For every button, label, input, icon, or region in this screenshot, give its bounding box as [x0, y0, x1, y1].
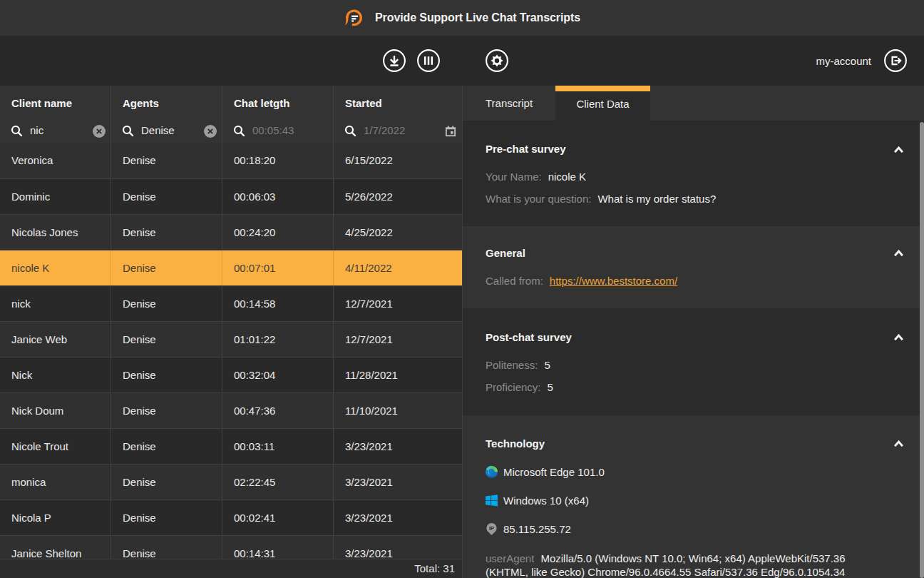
svg-text:IP: IP: [489, 524, 494, 531]
